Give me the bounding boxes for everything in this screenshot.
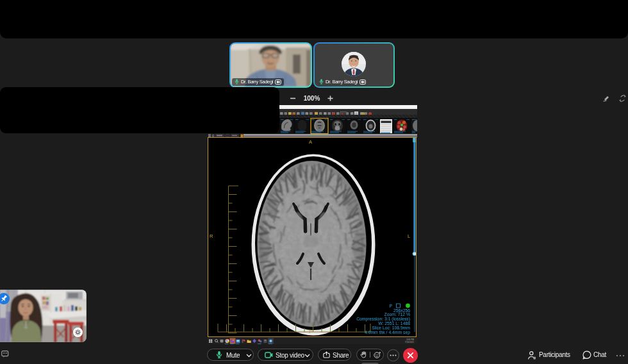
svg-text:L: L [408,233,410,239]
svg-text:4.0mm thk / 4.4mm sep: 4.0mm thk / 4.4mm sep [365,330,410,335]
svg-text:P: P [389,304,392,308]
svg-text:7/16/2021: 7/16/2021 [405,341,414,343]
svg-text:100%: 100% [304,95,320,102]
svg-text:A: A [309,139,312,145]
svg-text:R: R [210,233,213,239]
